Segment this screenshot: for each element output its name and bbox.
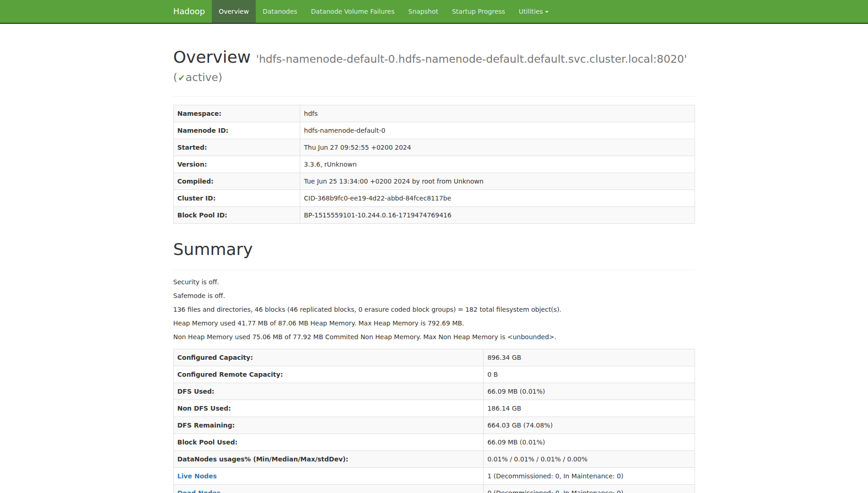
status-label: active — [186, 71, 218, 84]
row-value: 1 (Decommissioned: 0, In Maintenance: 0) — [484, 467, 695, 484]
row-label: Non DFS Used: — [173, 400, 484, 417]
row-value: 3.3.6, rUnknown — [300, 156, 695, 173]
row-value: 0.01% / 0.01% / 0.01% / 0.00% — [484, 450, 695, 467]
nav-item-datanode-volume-failures: Datanode Volume Failures — [304, 0, 402, 23]
table-row: Configured Capacity: 896.34 GB — [173, 349, 695, 366]
nav-link-datanode-volume-failures[interactable]: Datanode Volume Failures — [304, 0, 402, 23]
namenode-info-table: Namespace: hdfs Namenode ID: hdfs-nameno… — [173, 105, 695, 224]
row-value: Tue Jun 25 13:34:00 +0200 2024 by root f… — [300, 173, 695, 190]
capacity-metrics-table: Configured Capacity: 896.34 GB Configure… — [173, 349, 695, 493]
row-label: Dead Nodes — [173, 484, 484, 493]
row-label: Live Nodes — [173, 467, 484, 484]
live-nodes-link[interactable]: Live Nodes — [178, 472, 217, 480]
row-value: hdfs — [300, 105, 695, 122]
row-label: Namespace: — [173, 105, 300, 122]
nav-link-snapshot[interactable]: Snapshot — [401, 0, 445, 23]
table-row: DFS Remaining: 664.03 GB (74.08%) — [173, 417, 695, 433]
nav-item-overview: Overview — [212, 0, 256, 23]
nav-link-startup-progress[interactable]: Startup Progress — [445, 0, 512, 23]
namenode-status: (✔active) — [173, 71, 222, 84]
row-value: Thu Jun 27 09:52:55 +0200 2024 — [300, 139, 695, 156]
namenode-endpoint: 'hdfs-namenode-default-0.hdfs-namenode-d… — [256, 53, 687, 65]
table-row: Configured Remote Capacity: 0 B — [173, 366, 695, 383]
main-content: Overview 'hdfs-namenode-default-0.hdfs-n… — [167, 48, 702, 493]
row-value: 0 B — [484, 366, 695, 383]
brand-hadoop[interactable]: Hadoop — [167, 0, 212, 23]
nav-item-snapshot: Snapshot — [401, 0, 445, 23]
row-value: 186.14 GB — [484, 400, 695, 417]
row-label: Version: — [173, 156, 300, 173]
status-open-paren: ( — [173, 71, 178, 84]
table-row: DataNodes usages% (Min/Median/Max/stdDev… — [173, 450, 695, 467]
status-close-paren: ) — [218, 71, 222, 84]
table-row: Non DFS Used: 186.14 GB — [173, 400, 695, 417]
row-label: Configured Remote Capacity: — [173, 366, 484, 383]
page-title: Overview 'hdfs-namenode-default-0.hdfs-n… — [173, 48, 695, 84]
table-row: Block Pool Used: 66.09 MB (0.01%) — [173, 433, 695, 450]
nav-link-datanodes[interactable]: Datanodes — [256, 0, 304, 23]
dead-nodes-link[interactable]: Dead Nodes — [178, 489, 221, 493]
table-row: Block Pool ID: BP-1515559101-10.244.0.16… — [173, 207, 695, 224]
row-label: Started: — [173, 139, 300, 156]
table-row: Namenode ID: hdfs-namenode-default-0 — [173, 122, 695, 139]
table-row: Version: 3.3.6, rUnknown — [173, 156, 695, 173]
top-navbar: Hadoop Overview Datanodes Datanode Volum… — [0, 0, 868, 24]
navbar-menu: Overview Datanodes Datanode Volume Failu… — [212, 0, 555, 23]
row-value: 664.03 GB (74.08%) — [484, 417, 695, 433]
summary-security-line: Security is off. — [173, 277, 695, 287]
table-row: Live Nodes 1 (Decommissioned: 0, In Main… — [173, 467, 695, 484]
caret-down-icon — [545, 11, 549, 13]
nav-link-overview[interactable]: Overview — [212, 0, 256, 23]
row-value: hdfs-namenode-default-0 — [300, 122, 695, 139]
row-value: CID-368b9fc0-ee19-4d22-abbd-84fcec8117be — [300, 190, 695, 207]
table-row: Started: Thu Jun 27 09:52:55 +0200 2024 — [173, 139, 695, 156]
row-label: DFS Remaining: — [173, 417, 484, 433]
row-label: Block Pool ID: — [173, 207, 300, 224]
check-icon: ✔ — [178, 73, 186, 83]
nav-item-datanodes: Datanodes — [256, 0, 304, 23]
table-row: Dead Nodes 0 (Decommissioned: 0, In Main… — [173, 484, 695, 493]
nav-link-utilities-label: Utilities — [519, 8, 543, 15]
row-label: DataNodes usages% (Min/Median/Max/stdDev… — [173, 450, 484, 467]
table-row: Compiled: Tue Jun 25 13:34:00 +0200 2024… — [173, 173, 695, 190]
summary-page-header: Summary — [173, 240, 695, 270]
row-label: Configured Capacity: — [173, 349, 484, 366]
row-value: 66.09 MB (0.01%) — [484, 383, 695, 400]
row-value: 66.09 MB (0.01%) — [484, 433, 695, 450]
table-row: Cluster ID: CID-368b9fc0-ee19-4d22-abbd-… — [173, 190, 695, 207]
row-label: DFS Used: — [173, 383, 484, 400]
row-value: 0 (Decommissioned: 0, In Maintenance: 0) — [484, 484, 695, 493]
nav-link-utilities-dropdown[interactable]: Utilities — [512, 0, 555, 23]
nav-item-startup-progress: Startup Progress — [445, 0, 512, 23]
summary-non-heap-memory-line: Non Heap Memory used 75.06 MB of 77.92 M… — [173, 332, 695, 341]
row-label: Namenode ID: — [173, 122, 300, 139]
overview-page-header: Overview 'hdfs-namenode-default-0.hdfs-n… — [173, 48, 695, 97]
page-title-text: Overview — [173, 48, 251, 66]
row-label: Compiled: — [173, 173, 300, 190]
summary-filesystem-objects-line: 136 files and directories, 46 blocks (46… — [173, 305, 695, 314]
row-value: 896.34 GB — [484, 349, 695, 366]
summary-heap-memory-line: Heap Memory used 41.77 MB of 87.06 MB He… — [173, 319, 695, 328]
row-label: Block Pool Used: — [173, 433, 484, 450]
row-label: Cluster ID: — [173, 190, 300, 207]
summary-safemode-line: Safemode is off. — [173, 291, 695, 300]
table-row: Namespace: hdfs — [173, 105, 695, 122]
table-row: DFS Used: 66.09 MB (0.01%) — [173, 383, 695, 400]
nav-item-utilities: Utilities — [512, 0, 555, 23]
summary-title: Summary — [173, 240, 695, 259]
row-value: BP-1515559101-10.244.0.16-1719474769416 — [300, 207, 695, 224]
